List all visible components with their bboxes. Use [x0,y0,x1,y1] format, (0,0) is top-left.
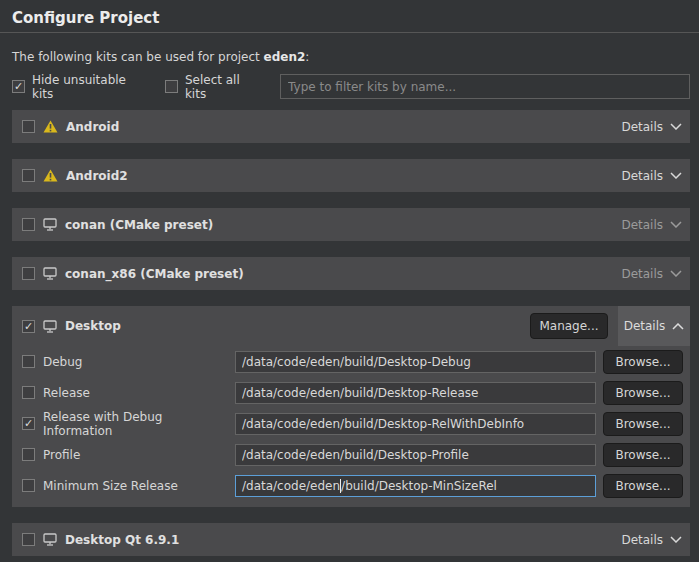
chevron-up-icon [672,323,684,330]
kit-checkbox[interactable] [22,320,35,333]
browse-button[interactable]: Browse... [603,381,683,405]
kit-name: Android [66,120,119,134]
details-button[interactable]: Details [621,218,682,232]
browse-button[interactable]: Browse... [603,350,683,374]
hide-unsuitable-checkbox[interactable] [12,80,25,93]
build-dir-input[interactable] [235,413,596,435]
intro-text-before: The following kits can be used for proje… [12,50,264,64]
kit-checkbox[interactable] [22,533,35,546]
details-button[interactable]: Details [621,120,682,134]
chevron-down-icon [670,536,682,543]
chevron-down-icon [670,270,682,277]
config-label: Profile [43,448,235,462]
chevron-down-icon [670,172,682,179]
config-checkbox[interactable] [22,417,35,430]
details-label: Details [621,533,663,547]
build-config-row-profile: Profile Browse... [12,439,690,470]
chevron-down-icon [670,123,682,130]
desktop-icon [43,218,57,231]
kit-name: conan_x86 (CMake preset) [65,267,244,281]
kit-row-android[interactable]: Android Details [12,110,690,143]
config-checkbox[interactable] [22,386,35,399]
kit-list: Android Details Android2 Details conan (… [0,110,699,556]
build-dir-input[interactable] [235,351,596,373]
select-all-label[interactable]: Select all kits [185,73,262,101]
page-title: Configure Project [12,9,687,28]
config-checkbox[interactable] [22,479,35,492]
details-button[interactable]: Details [621,533,682,547]
filter-controls: Hide unsuitable kits Select all kits [12,74,690,99]
manage-button[interactable]: Manage... [530,313,608,339]
config-label: Release with Debug Information [43,410,235,438]
details-label: Details [621,267,663,281]
details-button[interactable]: Details [621,267,682,281]
kit-checkbox[interactable] [22,120,35,133]
config-checkbox[interactable] [22,355,35,368]
build-config-row-relwithdebinfo: Release with Debug Information Browse... [12,408,690,439]
browse-button[interactable]: Browse... [603,474,683,498]
kit-name: Android2 [66,169,128,183]
kit-filter-input[interactable] [280,74,690,99]
config-checkbox[interactable] [22,448,35,461]
browse-button[interactable]: Browse... [603,412,683,436]
title-bar: Configure Project [0,0,699,33]
config-label: Release [43,386,235,400]
details-button[interactable]: Details [618,306,690,346]
kit-checkbox[interactable] [22,169,35,182]
hide-unsuitable-label[interactable]: Hide unsuitable kits [32,73,147,101]
build-dir-input[interactable] [235,382,596,404]
desktop-icon [43,533,57,546]
details-label: Details [621,218,663,232]
input-text-before-cursor: /data/code/eden [242,479,340,493]
details-label: Details [621,169,663,183]
kit-name: Desktop Qt 6.9.1 [65,533,179,547]
kit-name: Desktop [65,319,121,333]
desktop-icon [43,320,57,333]
project-name: eden2 [264,50,306,64]
input-text-after-cursor: /build/Desktop-MinSizeRel [341,479,497,493]
kit-name: conan (CMake preset) [65,218,213,232]
details-label: Details [624,319,666,333]
details-button[interactable]: Details [621,169,682,183]
details-label: Details [621,120,663,134]
kit-checkbox[interactable] [22,267,35,280]
kit-row-conan[interactable]: conan (CMake preset) Details [12,208,690,241]
kit-row-conan-x86[interactable]: conan_x86 (CMake preset) Details [12,257,690,290]
build-config-row-release: Release Browse... [12,377,690,408]
config-label: Minimum Size Release [43,479,235,493]
build-dir-input[interactable]: /data/code/eden/build/Desktop-MinSizeRel [235,475,596,497]
config-label: Debug [43,355,235,369]
kit-checkbox[interactable] [22,218,35,231]
kit-row-desktop-qt-691[interactable]: Desktop Qt 6.9.1 Details [12,523,690,556]
browse-button[interactable]: Browse... [603,443,683,467]
desktop-icon [43,267,57,280]
kit-row-desktop[interactable]: Desktop Manage... Details [12,306,690,346]
build-config-row-debug: Debug Browse... [12,346,690,377]
build-dir-input[interactable] [235,444,596,466]
kit-row-android2[interactable]: Android2 Details [12,159,690,192]
intro-text-after: : [305,50,309,64]
intro-text: The following kits can be used for proje… [12,50,687,64]
warning-icon [43,169,58,182]
kit-block-desktop: Desktop Manage... Details Debug Browse..… [12,306,690,507]
select-all-checkbox[interactable] [165,80,178,93]
build-config-row-minsizerel: Minimum Size Release /data/code/eden/bui… [12,470,690,501]
chevron-down-icon [670,221,682,228]
warning-icon [43,120,58,133]
